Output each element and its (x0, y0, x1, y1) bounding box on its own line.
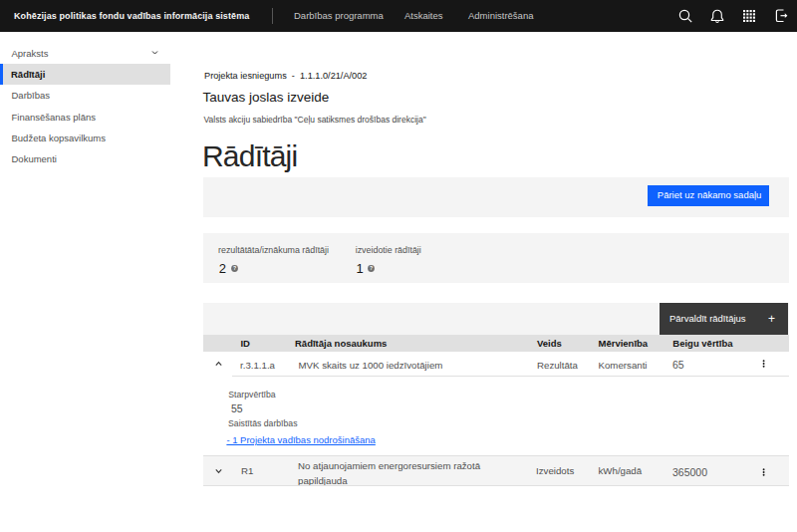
svg-text:?: ? (370, 266, 373, 272)
svg-text:?: ? (233, 266, 236, 272)
